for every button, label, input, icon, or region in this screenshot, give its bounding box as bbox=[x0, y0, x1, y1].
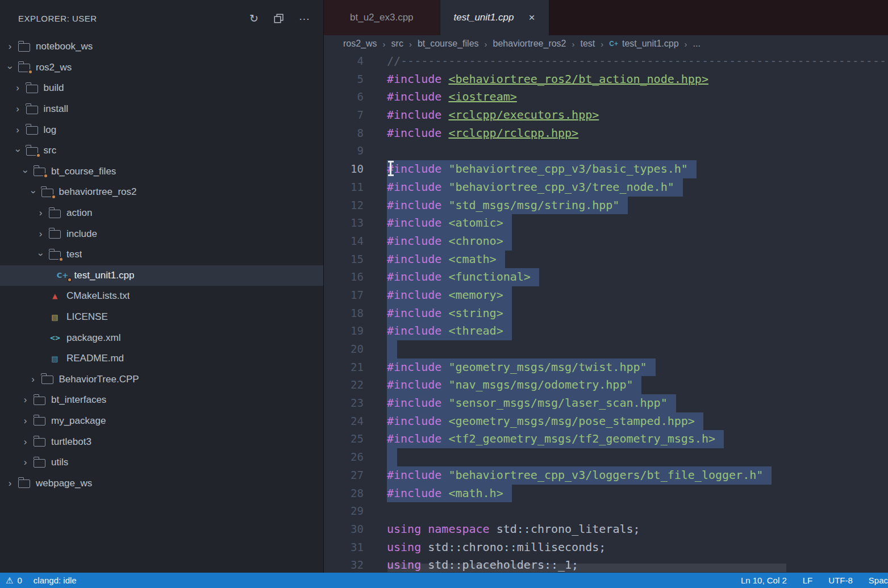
tree-folder-utils[interactable]: ›utils bbox=[0, 452, 323, 473]
breadcrumb-separator-icon: › bbox=[485, 39, 487, 49]
encoding-indicator[interactable]: UTF-8 bbox=[828, 576, 853, 585]
tree-folder-include[interactable]: ›include bbox=[0, 223, 323, 244]
code-line-4[interactable]: 4//-------------------------------------… bbox=[324, 52, 888, 70]
tree-folder-test[interactable]: ›test bbox=[0, 244, 323, 265]
breadcrumb-item-behaviortree_ros2[interactable]: behaviortree_ros2 bbox=[493, 39, 566, 49]
code-token: "std_msgs/msg/string.hpp" bbox=[448, 198, 619, 212]
tree-file-README.md[interactable]: ▤README.md bbox=[0, 348, 323, 369]
code-line-24[interactable]: 24#include <geometry_msgs/msg/pose_stamp… bbox=[324, 412, 888, 431]
problems-indicator[interactable]: ⚠ 0 bbox=[6, 576, 22, 586]
code-line-14[interactable]: 14#include <chrono> bbox=[324, 232, 888, 251]
code-line-17[interactable]: 17#include <memory> bbox=[324, 286, 888, 305]
tab-bt_u2_ex3.cpp[interactable]: bt_u2_ex3.cpp bbox=[324, 0, 440, 35]
code-line-22[interactable]: 22#include "nav_msgs/msg/odometry.hpp" bbox=[324, 376, 888, 394]
tree-folder-ros2_ws[interactable]: ›ros2_ws bbox=[0, 57, 323, 78]
breadcrumb-label: test bbox=[581, 39, 595, 49]
clangd-status[interactable]: clangd: idle bbox=[34, 576, 77, 585]
code-editor[interactable]: 4//-------------------------------------… bbox=[324, 52, 888, 573]
refresh-icon[interactable]: ↻ bbox=[249, 13, 259, 24]
code-token: "geometry_msgs/msg/twist.hpp" bbox=[448, 360, 647, 374]
tree-folder-action[interactable]: ›action bbox=[0, 203, 323, 224]
code-token: #include bbox=[387, 360, 441, 374]
code-line-18[interactable]: 18#include <string> bbox=[324, 305, 888, 323]
code-line-13[interactable]: 13#include <atomic> bbox=[324, 214, 888, 232]
code-token bbox=[441, 396, 448, 410]
code-line-9[interactable]: 9 bbox=[324, 142, 888, 160]
code-line-27[interactable]: 27#include "behaviortree_cpp_v3/loggers/… bbox=[324, 466, 888, 485]
tree-folder-my_package[interactable]: ›my_package bbox=[0, 411, 323, 432]
folder-icon bbox=[49, 210, 61, 218]
breadcrumb-item-test_unit1.cpp[interactable]: C+test_unit1.cpp bbox=[609, 39, 678, 49]
code-line-20[interactable]: 20 bbox=[324, 340, 888, 358]
code-line-25[interactable]: 25#include <tf2_geometry_msgs/tf2_geomet… bbox=[324, 430, 888, 448]
breadcrumb-item-ros2_ws[interactable]: ros2_ws bbox=[343, 39, 377, 49]
tree-file-test_unit1.cpp[interactable]: C+test_unit1.cpp bbox=[0, 265, 323, 286]
git-modified-dot bbox=[59, 257, 64, 262]
tab-test_unit1.cpp[interactable]: test_unit1.cpp× bbox=[440, 0, 549, 35]
close-tab-icon[interactable]: × bbox=[528, 11, 535, 24]
code-token: #include bbox=[387, 162, 441, 176]
horizontal-scrollbar[interactable] bbox=[387, 564, 786, 572]
line-content: #include <geometry_msgs/msg/pose_stamped… bbox=[387, 412, 703, 431]
code-line-7[interactable]: 7#include <rclcpp/executors.hpp> bbox=[324, 106, 888, 124]
more-actions-icon[interactable]: ··· bbox=[299, 13, 310, 24]
line-content: #include <thread> bbox=[387, 322, 512, 340]
code-line-23[interactable]: 23#include "sensor_msgs/msg/laser_scan.h… bbox=[324, 394, 888, 412]
code-line-6[interactable]: 6#include <iostream> bbox=[324, 88, 888, 106]
breadcrumb-item-bt_course_files[interactable]: bt_course_files bbox=[418, 39, 479, 49]
code-line-26[interactable]: 26 bbox=[324, 448, 888, 466]
tree-folder-bt_interfaces[interactable]: ›bt_interfaces bbox=[0, 390, 323, 411]
git-modified-dot bbox=[51, 194, 56, 199]
breadcrumb-label: ros2_ws bbox=[343, 39, 377, 49]
tree-folder-BehaviorTree.CPP[interactable]: ›BehaviorTree.CPP bbox=[0, 369, 323, 390]
line-number: 9 bbox=[324, 142, 364, 160]
line-content: #include "behaviortree_cpp_v3/loggers/bt… bbox=[387, 466, 772, 485]
line-number: 17 bbox=[324, 286, 364, 305]
code-token: #include bbox=[387, 126, 441, 140]
code-line-11[interactable]: 11#include "behaviortree_cpp_v3/tree_nod… bbox=[324, 178, 888, 197]
breadcrumb-item-test[interactable]: test bbox=[581, 39, 595, 49]
tree-folder-bt_course_files[interactable]: ›bt_course_files bbox=[0, 161, 323, 182]
tree-folder-src[interactable]: ›src bbox=[0, 140, 323, 161]
explorer-header: EXPLORER: USER ↻ ··· bbox=[0, 0, 323, 36]
cpp-file-icon: C+ bbox=[57, 271, 69, 280]
tree-file-LICENSE[interactable]: ▤LICENSE bbox=[0, 307, 323, 328]
code-line-10[interactable]: 10#include "behaviortree_cpp_v3/basic_ty… bbox=[324, 160, 888, 178]
code-line-31[interactable]: 31using std::chrono::milliseconds; bbox=[324, 539, 888, 557]
tree-folder-install[interactable]: ›install bbox=[0, 99, 323, 120]
code-line-28[interactable]: 28#include <math.h> bbox=[324, 485, 888, 503]
tree-folder-notebook_ws[interactable]: ›notebook_ws bbox=[0, 36, 323, 57]
line-number: 12 bbox=[324, 197, 364, 215]
indentation-indicator[interactable]: Spac bbox=[869, 576, 888, 585]
tree-folder-turtlebot3[interactable]: ›turtlebot3 bbox=[0, 431, 323, 452]
cursor-position[interactable]: Ln 10, Col 2 bbox=[741, 576, 787, 585]
breadcrumb-item-...[interactable]: ... bbox=[693, 39, 701, 49]
collapse-folders-icon[interactable] bbox=[274, 14, 284, 23]
chevron-down-icon: › bbox=[27, 188, 39, 197]
code-line-8[interactable]: 8#include <rclcpp/rclcpp.hpp> bbox=[324, 124, 888, 143]
code-token: <functional> bbox=[448, 270, 531, 283]
code-line-21[interactable]: 21#include "geometry_msgs/msg/twist.hpp" bbox=[324, 358, 888, 377]
md-file-icon: ▤ bbox=[49, 355, 61, 363]
code-line-29[interactable]: 29 bbox=[324, 502, 888, 520]
tree-folder-build[interactable]: ›build bbox=[0, 78, 323, 99]
code-line-30[interactable]: 30using namespace std::chrono_literals; bbox=[324, 520, 888, 539]
tree-folder-behaviortree_ros2[interactable]: ›behaviortree_ros2 bbox=[0, 182, 323, 203]
chevron-right-icon: › bbox=[36, 207, 45, 219]
code-token: <string> bbox=[448, 306, 503, 320]
tree-file-package.xml[interactable]: <>package.xml bbox=[0, 327, 323, 348]
code-line-16[interactable]: 16#include <functional> bbox=[324, 268, 888, 286]
line-number: 28 bbox=[324, 485, 364, 503]
eol-indicator[interactable]: LF bbox=[803, 576, 813, 585]
code-line-15[interactable]: 15#include <cmath> bbox=[324, 251, 888, 269]
code-token: <atomic> bbox=[448, 216, 503, 230]
line-number: 7 bbox=[324, 106, 364, 124]
code-line-19[interactable]: 19#include <thread> bbox=[324, 322, 888, 340]
tree-folder-log[interactable]: ›log bbox=[0, 119, 323, 140]
code-line-5[interactable]: 5#include <behaviortree_ros2/bt_action_n… bbox=[324, 70, 888, 89]
tree-folder-webpage_ws[interactable]: ›webpage_ws bbox=[0, 473, 323, 494]
tree-file-CMakeLists.txt[interactable]: ▲CMakeLists.txt bbox=[0, 286, 323, 307]
code-token: <tf2_geometry_msgs/tf2_geometry_msgs.h> bbox=[448, 432, 715, 445]
code-line-12[interactable]: 12#include "std_msgs/msg/string.hpp" bbox=[324, 197, 888, 215]
breadcrumb-item-src[interactable]: src bbox=[391, 39, 403, 49]
